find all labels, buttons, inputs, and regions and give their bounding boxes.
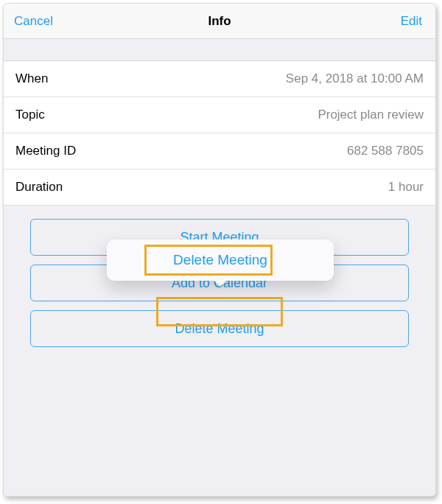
delete-popover[interactable]: Delete Meeting — [107, 239, 334, 281]
when-label: When — [15, 71, 48, 86]
delete-meeting-label: Delete Meeting — [175, 321, 264, 337]
page-title: Info — [208, 14, 231, 29]
row-meeting-id: Meeting ID 682 588 7805 — [4, 133, 435, 169]
meeting-id-value: 682 588 7805 — [347, 144, 424, 158]
topic-value: Project plan review — [318, 108, 424, 122]
section-spacer — [4, 39, 435, 61]
meeting-id-label: Meeting ID — [15, 144, 76, 158]
when-value: Sep 4, 2018 at 10:00 AM — [286, 71, 424, 86]
delete-popover-label: Delete Meeting — [173, 252, 267, 268]
topic-label: Topic — [15, 108, 45, 122]
edit-button[interactable]: Edit — [401, 14, 422, 29]
popover-arrow-icon — [213, 279, 228, 287]
details-list: When Sep 4, 2018 at 10:00 AM Topic Proje… — [4, 61, 435, 206]
delete-meeting-button[interactable]: Delete Meeting — [30, 310, 409, 347]
duration-label: Duration — [15, 180, 63, 195]
row-duration: Duration 1 hour — [4, 169, 435, 206]
info-panel: Cancel Info Edit When Sep 4, 2018 at 10:… — [3, 3, 436, 497]
duration-value: 1 hour — [388, 180, 424, 195]
header-bar: Cancel Info Edit — [4, 4, 435, 39]
row-topic: Topic Project plan review — [4, 97, 435, 133]
row-when: When Sep 4, 2018 at 10:00 AM — [4, 61, 435, 97]
cancel-button[interactable]: Cancel — [14, 14, 53, 29]
